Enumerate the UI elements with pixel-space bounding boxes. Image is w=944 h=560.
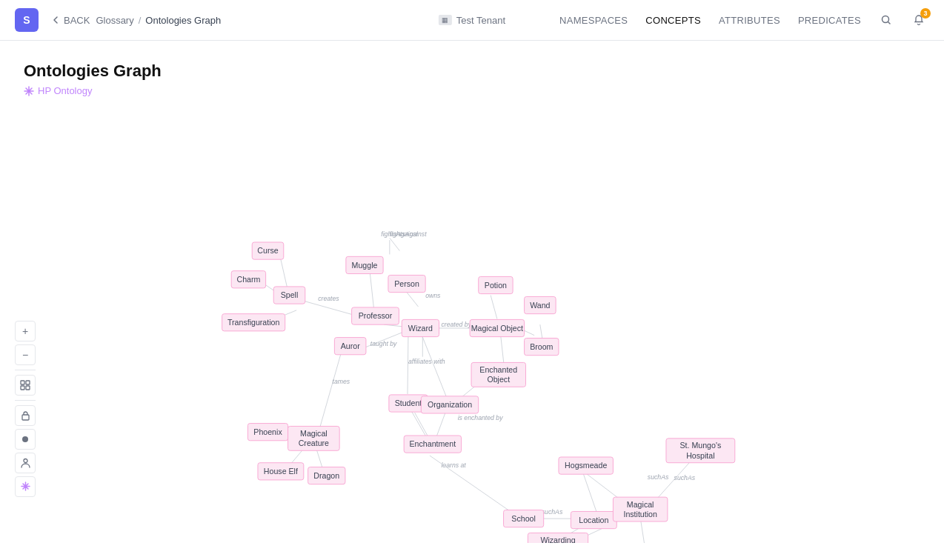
edge-wizard-student bbox=[408, 335, 408, 393]
node-location[interactable]: Location bbox=[571, 511, 616, 528]
svg-text:Magical Object: Magical Object bbox=[471, 323, 523, 332]
edge-person-wizard bbox=[407, 292, 418, 306]
svg-text:Magical: Magical bbox=[627, 499, 654, 508]
svg-rect-4 bbox=[26, 386, 30, 390]
graph-toolbar: + − bbox=[15, 321, 36, 497]
node-muggle[interactable]: Muggle bbox=[346, 256, 383, 273]
node-hogsmeade[interactable]: Hogsmeade bbox=[559, 457, 613, 474]
node-wand[interactable]: Wand bbox=[525, 296, 556, 313]
svg-text:Potion: Potion bbox=[485, 280, 507, 289]
nav-attributes[interactable]: ATTRIBUTES bbox=[719, 15, 780, 26]
node-professor[interactable]: Professor bbox=[352, 307, 399, 324]
nav-concepts[interactable]: CONCEPTS bbox=[645, 15, 701, 26]
dot-button[interactable] bbox=[15, 429, 36, 450]
graph-container: + − bbox=[0, 113, 944, 543]
node-wizarding-settlement[interactable]: Wizarding Settlement bbox=[528, 533, 588, 543]
zoom-in-button[interactable]: + bbox=[15, 321, 36, 341]
node-enchanted-object[interactable]: Enchanted Object bbox=[471, 362, 525, 387]
svg-text:Charm: Charm bbox=[236, 275, 260, 284]
edge-curse-spell bbox=[281, 259, 288, 291]
svg-rect-1 bbox=[21, 381, 24, 384]
edge-label-taughtby: taught by bbox=[370, 340, 397, 347]
node-house-elf[interactable]: House Elf bbox=[258, 462, 304, 479]
node-st-mungos[interactable]: St. Mungo's Hospital bbox=[666, 438, 735, 462]
svg-text:Dragon: Dragon bbox=[313, 471, 339, 480]
svg-text:Transfiguration: Transfiguration bbox=[227, 318, 280, 327]
edge-wizard-org bbox=[422, 335, 447, 398]
breadcrumb-current: Ontologies Graph bbox=[145, 15, 221, 26]
header: S BACK Glossary / Ontologies Graph ▦ Tes… bbox=[0, 0, 944, 41]
page-content: Ontologies Graph HP Ontology bbox=[0, 41, 944, 113]
asterisk-tool-icon bbox=[21, 481, 30, 491]
svg-text:Institution: Institution bbox=[623, 510, 657, 519]
node-spell[interactable]: Spell bbox=[273, 286, 305, 303]
breadcrumb: Glossary / Ontologies Graph bbox=[96, 15, 221, 26]
nav-predicates[interactable]: PREDICATES bbox=[798, 15, 861, 26]
node-phoenix[interactable]: Phoenix bbox=[247, 423, 287, 440]
node-magical-object[interactable]: Magical Object bbox=[470, 319, 524, 336]
back-arrow-icon bbox=[50, 15, 61, 25]
asterisk-button[interactable] bbox=[15, 476, 36, 497]
edge-tames bbox=[318, 346, 343, 434]
edge-label-tames: tames bbox=[333, 378, 350, 385]
node-person[interactable]: Person bbox=[388, 275, 425, 292]
zoom-out-button[interactable]: − bbox=[15, 344, 36, 365]
breadcrumb-parent[interactable]: Glossary bbox=[96, 15, 133, 26]
edge-label-isenchantedby: is enchanted by bbox=[458, 413, 504, 421]
tenant-name: Test Tenant bbox=[456, 15, 505, 26]
edge-fightsagainst-line bbox=[390, 238, 400, 250]
svg-text:Enchanted: Enchanted bbox=[479, 364, 517, 373]
fit-button[interactable] bbox=[15, 375, 36, 396]
node-enchantment[interactable]: Enchantment bbox=[404, 436, 461, 453]
svg-text:Phoenix: Phoenix bbox=[253, 427, 282, 436]
notification-badge: 3 bbox=[920, 8, 931, 19]
svg-text:Enchantment: Enchantment bbox=[410, 439, 456, 448]
svg-text:Wand: Wand bbox=[530, 300, 550, 309]
svg-text:Professor: Professor bbox=[359, 311, 393, 320]
edge-label-suchas-5: suchAs bbox=[674, 473, 696, 481]
edge-label-creates: creates bbox=[318, 295, 339, 302]
node-potion[interactable]: Potion bbox=[479, 276, 513, 293]
ontology-name: HP Ontology bbox=[38, 85, 92, 96]
node-school[interactable]: School bbox=[504, 510, 544, 527]
search-button[interactable] bbox=[876, 10, 897, 30]
node-dragon[interactable]: Dragon bbox=[308, 467, 345, 484]
node-broom[interactable]: Broom bbox=[525, 338, 559, 355]
node-curse[interactable]: Curse bbox=[252, 242, 284, 259]
node-wizard[interactable]: Wizard bbox=[402, 319, 439, 336]
svg-point-6 bbox=[22, 436, 28, 442]
back-label: BACK bbox=[64, 15, 90, 26]
node-magical-institution[interactable]: Magical Institution bbox=[613, 497, 667, 521]
svg-text:School: School bbox=[511, 514, 536, 523]
node-organization[interactable]: Organization bbox=[421, 396, 478, 413]
svg-text:St. Mungo's: St. Mungo's bbox=[679, 441, 721, 450]
asterisk-icon bbox=[24, 86, 34, 96]
edge-spell-professor bbox=[304, 301, 358, 316]
svg-text:Object: Object bbox=[487, 375, 510, 384]
back-button[interactable]: BACK bbox=[50, 15, 90, 26]
person-button[interactable] bbox=[15, 453, 36, 473]
edge-label-suchas-1: suchAs bbox=[542, 508, 563, 516]
edge-label-createdby: created by bbox=[441, 321, 471, 328]
app-logo[interactable]: S bbox=[15, 8, 39, 32]
breadcrumb-separator: / bbox=[139, 15, 142, 26]
ontology-badge: HP Ontology bbox=[24, 85, 92, 96]
nav-namespaces[interactable]: NAMESPACES bbox=[559, 15, 628, 26]
node-transfiguration[interactable]: Transfiguration bbox=[222, 313, 285, 330]
lock-button[interactable] bbox=[15, 405, 36, 426]
svg-text:Location: Location bbox=[579, 515, 608, 524]
svg-text:Organization: Organization bbox=[428, 400, 472, 409]
notification-button[interactable]: 3 bbox=[908, 10, 929, 30]
toolbar-divider-1 bbox=[15, 370, 36, 370]
lock-icon bbox=[21, 410, 30, 421]
edge-label-owns: owns bbox=[425, 292, 441, 299]
svg-text:Magical: Magical bbox=[300, 428, 328, 437]
edge-label-learnsat: learns at bbox=[441, 461, 466, 468]
svg-text:Hospital: Hospital bbox=[686, 450, 714, 459]
node-magical-creature[interactable]: Magical Creature bbox=[288, 426, 340, 450]
fit-icon bbox=[20, 380, 30, 390]
node-charm[interactable]: Charm bbox=[231, 270, 265, 287]
edge-muggle-professor bbox=[370, 269, 374, 308]
node-auror[interactable]: Auror bbox=[334, 337, 366, 354]
person-icon bbox=[21, 458, 30, 468]
